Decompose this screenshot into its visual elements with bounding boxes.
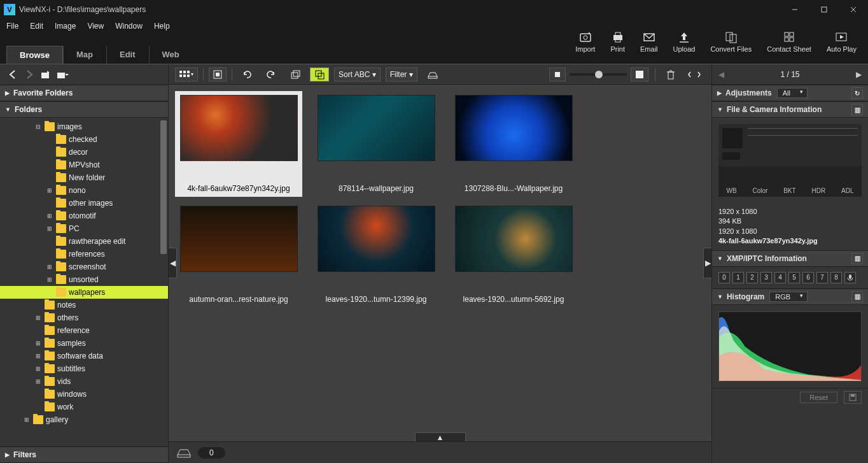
- expand-icon[interactable]: ⊞: [46, 264, 53, 270]
- nav-favorite-dropdown[interactable]: [56, 68, 69, 81]
- tree-item[interactable]: ⊞software data: [0, 350, 168, 362]
- rating-button[interactable]: 6: [802, 272, 814, 283]
- tab-map[interactable]: Map: [63, 45, 106, 64]
- tray-icon[interactable]: [176, 447, 192, 459]
- expand-icon[interactable]: ⊞: [34, 378, 42, 385]
- tab-edit[interactable]: Edit: [106, 45, 149, 64]
- menu-file[interactable]: File: [6, 22, 18, 31]
- upload-button[interactable]: Upload: [673, 30, 696, 53]
- histogram-mode-dropdown[interactable]: RGB: [769, 292, 808, 302]
- menu-view[interactable]: View: [87, 22, 104, 31]
- menu-window[interactable]: Window: [115, 22, 143, 31]
- adjustments-refresh-icon[interactable]: ↻: [851, 87, 863, 99]
- tree-item[interactable]: decor: [0, 146, 168, 159]
- xmp-header[interactable]: ▼ XMP/IPTC Information ▥: [712, 250, 868, 267]
- tree-item[interactable]: ⊞vids: [0, 375, 168, 388]
- overlay-button[interactable]: [310, 68, 329, 82]
- thumbnail-item[interactable]: autumn-oran...rest-nature.jpg: [175, 202, 302, 308]
- delete-button[interactable]: [662, 68, 680, 82]
- tree-item[interactable]: New folder: [0, 171, 168, 184]
- rotate-ccw-button[interactable]: [237, 68, 256, 82]
- filters-header[interactable]: ▶Filters: [0, 446, 168, 463]
- expand-icon[interactable]: ⊟: [34, 124, 42, 130]
- expand-icon[interactable]: ⊞: [46, 187, 53, 194]
- tree-item[interactable]: work: [0, 401, 168, 413]
- tree-item[interactable]: ⊞subtitles: [0, 362, 168, 375]
- filter-dropdown[interactable]: Filter ▾: [386, 68, 417, 82]
- tree-item[interactable]: ⊞nono: [0, 184, 168, 197]
- thumbnail-item[interactable]: 1307288-Blu...-Wallpaper.jpg: [450, 91, 577, 197]
- print-button[interactable]: Print: [610, 30, 625, 53]
- rating-button[interactable]: 7: [816, 272, 828, 283]
- xmp-expand-icon[interactable]: ▥: [851, 253, 863, 264]
- menu-image[interactable]: Image: [55, 22, 76, 31]
- view-grid-button[interactable]: ▾: [175, 68, 198, 82]
- close-button[interactable]: [839, 0, 868, 19]
- rating-button[interactable]: 4: [774, 272, 786, 283]
- left-collapse-handle[interactable]: ◀: [169, 248, 177, 278]
- tree-item[interactable]: ⊞otomotif: [0, 210, 168, 222]
- tree-item[interactable]: MPVshot: [0, 159, 168, 171]
- zoom-small-button[interactable]: [549, 68, 566, 82]
- zoom-slider[interactable]: [570, 73, 627, 76]
- voice-tag-icon[interactable]: [844, 272, 856, 283]
- thumbnail-item[interactable]: leaves-1920...utumn-5692.jpg: [450, 202, 577, 308]
- rating-button[interactable]: 5: [788, 272, 800, 283]
- tree-item[interactable]: ⊟images: [0, 120, 168, 133]
- tree-item[interactable]: notes: [0, 299, 168, 311]
- zoom-large-button[interactable]: [631, 68, 648, 82]
- thumbnail-item[interactable]: 878114--wallpaper.jpg: [312, 91, 440, 197]
- prev-image-button[interactable]: ◀: [718, 70, 724, 79]
- expand-button[interactable]: [683, 68, 705, 82]
- thumbnail-item[interactable]: 4k-fall-6aukw73e87yn342y.jpg: [175, 91, 302, 197]
- tree-item[interactable]: ⊞unsorted: [0, 273, 168, 286]
- rating-button[interactable]: 3: [760, 272, 772, 283]
- nav-up-button[interactable]: [39, 68, 52, 81]
- tree-item[interactable]: reference: [0, 324, 168, 337]
- nav-forward-button[interactable]: [23, 68, 36, 81]
- expand-icon[interactable]: ⊞: [46, 225, 53, 232]
- minimize-button[interactable]: [780, 0, 809, 19]
- select-button[interactable]: [209, 68, 227, 82]
- expand-icon[interactable]: ⊞: [34, 353, 42, 359]
- tray-open-button[interactable]: [423, 68, 443, 82]
- tree-item[interactable]: ⊞samples: [0, 337, 168, 350]
- folders-header[interactable]: ▼Folders: [0, 101, 168, 118]
- adjustments-mode-dropdown[interactable]: All: [777, 88, 808, 98]
- save-button[interactable]: [844, 391, 862, 404]
- tree-item[interactable]: ⊞screenshot: [0, 260, 168, 273]
- expand-icon[interactable]: ⊞: [23, 417, 31, 423]
- right-collapse-handle[interactable]: ▶: [703, 248, 711, 278]
- bottom-drawer-handle[interactable]: ▲: [415, 432, 466, 441]
- contact-sheet-button[interactable]: Contact Sheet: [767, 30, 811, 53]
- autoplay-button[interactable]: Auto Play: [827, 30, 857, 53]
- rating-button[interactable]: 0: [718, 272, 730, 283]
- tree-item[interactable]: wallpapers: [0, 286, 168, 299]
- rating-button[interactable]: 1: [732, 272, 744, 283]
- camera-expand-icon[interactable]: ▥: [851, 104, 863, 115]
- menu-edit[interactable]: Edit: [30, 22, 43, 31]
- menu-help[interactable]: Help: [154, 22, 170, 31]
- convert-button[interactable]: Convert Files: [710, 30, 752, 53]
- thumbnail-item[interactable]: leaves-1920...tumn-12399.jpg: [312, 202, 440, 308]
- import-button[interactable]: Import: [575, 30, 595, 53]
- tree-scrollbar[interactable]: [160, 120, 167, 254]
- rating-button[interactable]: 8: [830, 272, 842, 283]
- tab-browse[interactable]: Browse: [6, 46, 63, 64]
- favorites-header[interactable]: ▶Favorite Folders: [0, 85, 168, 101]
- email-button[interactable]: Email: [640, 30, 658, 53]
- histogram-header[interactable]: ▼ Histogram RGB ▥: [712, 288, 868, 305]
- expand-icon[interactable]: ⊞: [46, 276, 53, 283]
- tree-item[interactable]: ⊞gallery: [0, 413, 168, 426]
- tree-item[interactable]: rawtherapee edit: [0, 235, 168, 248]
- tree-item[interactable]: references: [0, 248, 168, 260]
- rating-button[interactable]: 2: [746, 272, 758, 283]
- tab-web[interactable]: Web: [149, 45, 193, 64]
- tree-item[interactable]: ⊞PC: [0, 222, 168, 235]
- sort-dropdown[interactable]: Sort ABC ▾: [334, 68, 381, 82]
- histogram-expand-icon[interactable]: ▥: [851, 291, 863, 303]
- expand-icon[interactable]: ⊞: [34, 315, 42, 321]
- expand-icon[interactable]: ⊞: [34, 340, 42, 346]
- maximize-button[interactable]: [809, 0, 839, 19]
- adjustments-header[interactable]: ▶ Adjustments All ↻: [712, 85, 868, 101]
